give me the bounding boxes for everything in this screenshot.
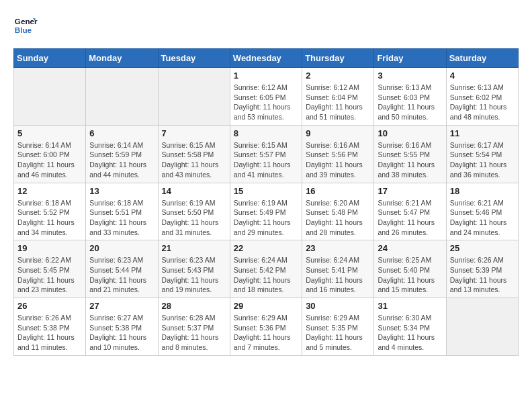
day-info: Sunrise: 6:19 AM Sunset: 5:50 PM Dayligh… [162,198,226,238]
calendar-week-row: 5Sunrise: 6:14 AM Sunset: 6:00 PM Daylig… [14,125,519,183]
weekday-header: Monday [86,49,158,68]
calendar-cell: 12Sunrise: 6:18 AM Sunset: 5:52 PM Dayli… [14,183,86,240]
day-info: Sunrise: 6:15 AM Sunset: 5:57 PM Dayligh… [234,140,298,180]
day-info: Sunrise: 6:18 AM Sunset: 5:51 PM Dayligh… [89,198,154,238]
day-info: Sunrise: 6:12 AM Sunset: 6:05 PM Dayligh… [234,83,298,122]
calendar-cell: 9Sunrise: 6:16 AM Sunset: 5:56 PM Daylig… [302,125,374,183]
day-info: Sunrise: 6:23 AM Sunset: 5:43 PM Dayligh… [162,255,226,295]
day-info: Sunrise: 6:26 AM Sunset: 5:38 PM Dayligh… [17,313,82,353]
day-number: 15 [234,186,298,196]
calendar-cell [446,298,518,356]
day-number: 8 [234,128,298,138]
calendar-cell: 1Sunrise: 6:12 AM Sunset: 6:05 PM Daylig… [230,68,302,126]
weekday-header: Wednesday [230,49,302,68]
day-info: Sunrise: 6:24 AM Sunset: 5:41 PM Dayligh… [306,255,370,295]
calendar-cell: 5Sunrise: 6:14 AM Sunset: 6:00 PM Daylig… [14,125,86,183]
calendar-week-row: 1Sunrise: 6:12 AM Sunset: 6:05 PM Daylig… [14,68,519,126]
day-number: 30 [306,301,370,311]
calendar-cell: 26Sunrise: 6:26 AM Sunset: 5:38 PM Dayli… [14,298,86,356]
day-number: 31 [378,301,442,311]
day-info: Sunrise: 6:14 AM Sunset: 6:00 PM Dayligh… [17,140,82,180]
calendar-week-row: 12Sunrise: 6:18 AM Sunset: 5:52 PM Dayli… [14,183,519,240]
weekday-header: Tuesday [158,49,230,68]
day-info: Sunrise: 6:25 AM Sunset: 5:40 PM Dayligh… [378,255,442,295]
day-info: Sunrise: 6:24 AM Sunset: 5:42 PM Dayligh… [234,255,298,295]
day-number: 19 [17,243,82,253]
calendar-cell: 16Sunrise: 6:20 AM Sunset: 5:48 PM Dayli… [302,183,374,240]
day-number: 4 [450,71,515,81]
calendar-cell: 25Sunrise: 6:26 AM Sunset: 5:39 PM Dayli… [446,240,518,298]
day-info: Sunrise: 6:16 AM Sunset: 5:55 PM Dayligh… [378,140,442,180]
day-info: Sunrise: 6:19 AM Sunset: 5:49 PM Dayligh… [234,198,298,238]
calendar-cell: 15Sunrise: 6:19 AM Sunset: 5:49 PM Dayli… [230,183,302,240]
weekday-header: Friday [374,49,446,68]
svg-text:General: General [15,17,38,26]
calendar-cell: 3Sunrise: 6:13 AM Sunset: 6:03 PM Daylig… [374,68,446,126]
calendar-cell: 18Sunrise: 6:21 AM Sunset: 5:46 PM Dayli… [446,183,518,240]
weekday-header: Saturday [446,49,518,68]
day-number: 13 [89,186,154,196]
calendar-cell: 13Sunrise: 6:18 AM Sunset: 5:51 PM Dayli… [86,183,158,240]
calendar-cell: 2Sunrise: 6:12 AM Sunset: 6:04 PM Daylig… [302,68,374,126]
day-number: 9 [306,128,370,138]
day-info: Sunrise: 6:15 AM Sunset: 5:58 PM Dayligh… [162,140,226,180]
calendar-cell: 20Sunrise: 6:23 AM Sunset: 5:44 PM Dayli… [86,240,158,298]
day-info: Sunrise: 6:18 AM Sunset: 5:52 PM Dayligh… [17,198,82,238]
day-number: 2 [306,71,370,81]
calendar-cell: 31Sunrise: 6:30 AM Sunset: 5:34 PM Dayli… [374,298,446,356]
day-info: Sunrise: 6:14 AM Sunset: 5:59 PM Dayligh… [89,140,154,180]
calendar-cell: 4Sunrise: 6:13 AM Sunset: 6:02 PM Daylig… [446,68,518,126]
day-number: 20 [89,243,154,253]
day-number: 29 [234,301,298,311]
day-number: 27 [89,301,154,311]
calendar-cell: 24Sunrise: 6:25 AM Sunset: 5:40 PM Dayli… [374,240,446,298]
calendar-cell: 21Sunrise: 6:23 AM Sunset: 5:43 PM Dayli… [158,240,230,298]
calendar-cell: 17Sunrise: 6:21 AM Sunset: 5:47 PM Dayli… [374,183,446,240]
day-number: 23 [306,243,370,253]
day-number: 18 [450,186,515,196]
calendar-week-row: 19Sunrise: 6:22 AM Sunset: 5:45 PM Dayli… [14,240,519,298]
day-number: 11 [450,128,515,138]
day-info: Sunrise: 6:29 AM Sunset: 5:35 PM Dayligh… [306,313,370,353]
day-info: Sunrise: 6:13 AM Sunset: 6:03 PM Dayligh… [378,83,442,122]
day-number: 12 [17,186,82,196]
calendar-cell: 7Sunrise: 6:15 AM Sunset: 5:58 PM Daylig… [158,125,230,183]
day-number: 3 [378,71,442,81]
day-number: 21 [162,243,226,253]
day-number: 24 [378,243,442,253]
day-info: Sunrise: 6:27 AM Sunset: 5:38 PM Dayligh… [89,313,154,353]
logo-icon: General Blue [13,13,38,38]
calendar-cell [14,68,86,126]
calendar-cell [86,68,158,126]
calendar-cell: 14Sunrise: 6:19 AM Sunset: 5:50 PM Dayli… [158,183,230,240]
day-number: 17 [378,186,442,196]
calendar-cell: 28Sunrise: 6:28 AM Sunset: 5:37 PM Dayli… [158,298,230,356]
calendar-table: SundayMondayTuesdayWednesdayThursdayFrid… [13,48,519,356]
day-info: Sunrise: 6:21 AM Sunset: 5:46 PM Dayligh… [450,198,515,238]
day-number: 14 [162,186,226,196]
day-number: 7 [162,128,226,138]
day-info: Sunrise: 6:30 AM Sunset: 5:34 PM Dayligh… [378,313,442,353]
day-info: Sunrise: 6:23 AM Sunset: 5:44 PM Dayligh… [89,255,154,295]
calendar-cell: 8Sunrise: 6:15 AM Sunset: 5:57 PM Daylig… [230,125,302,183]
calendar-cell: 23Sunrise: 6:24 AM Sunset: 5:41 PM Dayli… [302,240,374,298]
day-number: 5 [17,128,82,138]
calendar-cell: 6Sunrise: 6:14 AM Sunset: 5:59 PM Daylig… [86,125,158,183]
day-number: 25 [450,243,515,253]
day-info: Sunrise: 6:13 AM Sunset: 6:02 PM Dayligh… [450,83,515,122]
day-number: 16 [306,186,370,196]
day-number: 28 [162,301,226,311]
calendar-cell: 10Sunrise: 6:16 AM Sunset: 5:55 PM Dayli… [374,125,446,183]
calendar-cell: 27Sunrise: 6:27 AM Sunset: 5:38 PM Dayli… [86,298,158,356]
day-info: Sunrise: 6:12 AM Sunset: 6:04 PM Dayligh… [306,83,370,122]
calendar-header-row: SundayMondayTuesdayWednesdayThursdayFrid… [14,49,519,68]
day-info: Sunrise: 6:22 AM Sunset: 5:45 PM Dayligh… [17,255,82,295]
svg-text:Blue: Blue [15,26,32,34]
calendar-cell: 30Sunrise: 6:29 AM Sunset: 5:35 PM Dayli… [302,298,374,356]
calendar-cell: 22Sunrise: 6:24 AM Sunset: 5:42 PM Dayli… [230,240,302,298]
day-info: Sunrise: 6:17 AM Sunset: 5:54 PM Dayligh… [450,140,515,180]
day-number: 6 [89,128,154,138]
day-info: Sunrise: 6:29 AM Sunset: 5:36 PM Dayligh… [234,313,298,353]
day-info: Sunrise: 6:26 AM Sunset: 5:39 PM Dayligh… [450,255,515,295]
day-number: 1 [234,71,298,81]
